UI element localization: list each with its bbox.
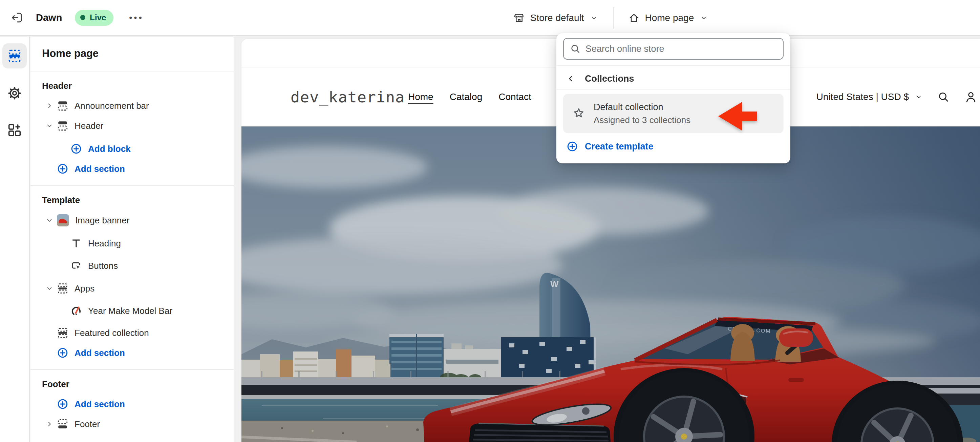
nav-link-home[interactable]: Home: [408, 91, 433, 102]
chevron-down-icon: [44, 284, 55, 292]
star-icon: [572, 107, 585, 120]
default-collection-title: Default collection: [593, 102, 690, 113]
store-selector-label: Store default: [530, 13, 584, 23]
tree-row-label: Apps: [75, 283, 94, 294]
button-cursor-icon: [70, 260, 82, 271]
plus-circle-icon: [57, 347, 68, 359]
popover-divider: [556, 89, 791, 89]
tree-row-label: Buttons: [88, 261, 118, 271]
add-section-label: Add section: [75, 399, 125, 410]
tree-row-label: Year Make Model Bar: [88, 306, 172, 316]
chevron-right-icon: [44, 102, 55, 110]
tree-row-year-make-model-bar[interactable]: Year Make Model Bar: [30, 300, 234, 321]
add-section-label: Add section: [75, 348, 125, 358]
plus-circle-icon: [57, 163, 68, 175]
tree-row-buttons[interactable]: Buttons: [30, 255, 234, 276]
rail-theme-settings-button[interactable]: [2, 81, 27, 106]
search-icon: [570, 43, 581, 54]
collections-back-button[interactable]: Collections: [566, 70, 784, 88]
sections-panel: Home page Header Announcement bar Header: [30, 37, 234, 442]
search-icon[interactable]: [937, 91, 950, 103]
add-section-button-footer[interactable]: Add section: [30, 394, 234, 415]
red-pointer-arrow-icon: [718, 102, 757, 131]
app-block-icon: [70, 305, 82, 317]
popover-search-field[interactable]: [563, 38, 784, 60]
chevron-down-icon: [590, 14, 598, 22]
more-menu-button[interactable]: •••: [129, 13, 143, 22]
create-template-button[interactable]: Create template: [566, 137, 654, 155]
tree-row-label: Header: [75, 121, 103, 131]
rail-sections-button[interactable]: [2, 43, 27, 69]
plus-circle-icon: [566, 140, 578, 152]
chevron-left-icon: [566, 74, 575, 83]
tree-row-featured-collection[interactable]: Featured collection: [30, 322, 234, 343]
storefront-nav: Home Catalog Contact: [408, 67, 531, 126]
tree-row-announcement-bar[interactable]: Announcement bar: [30, 95, 234, 116]
nav-link-catalog[interactable]: Catalog: [450, 91, 482, 102]
group-label-footer: Footer: [42, 376, 69, 392]
add-section-label: Add section: [75, 164, 125, 174]
sections-icon: [8, 49, 22, 63]
chevron-down-icon: [44, 122, 55, 130]
tree-row-header[interactable]: Header: [30, 115, 234, 136]
store-context-selector[interactable]: Store default: [514, 13, 598, 23]
panel-title: Home page: [42, 48, 99, 60]
tree-row-label: Heading: [88, 238, 121, 249]
locale-currency-selector[interactable]: United States | USD $: [816, 91, 923, 102]
tree-row-label: Footer: [75, 419, 100, 429]
page-selector-popover: Collections Default collection Assigned …: [556, 33, 791, 163]
header-section-icon: [57, 100, 68, 112]
add-section-button-header[interactable]: Add section: [30, 158, 234, 179]
add-block-button[interactable]: Add block: [30, 138, 234, 159]
live-dot-icon: [80, 15, 85, 20]
editor-topbar: Dawn Live ••• Store default: [0, 0, 980, 36]
default-collection-text: Default collection Assigned to 3 collect…: [593, 102, 690, 125]
tree-row-heading[interactable]: Heading: [30, 233, 234, 254]
topbar-divider: [613, 7, 614, 29]
hero-image: W: [242, 126, 980, 442]
tree-row-label: Announcement bar: [75, 101, 149, 111]
exit-editor-button[interactable]: [8, 8, 26, 27]
chevron-down-icon: [915, 93, 923, 101]
image-banner-thumbnail-icon: [57, 214, 69, 227]
header-section-icon: [57, 120, 68, 131]
search-online-store-input[interactable]: [585, 44, 777, 54]
tree-row-apps[interactable]: Apps: [30, 278, 234, 299]
live-status-badge: Live: [75, 10, 113, 26]
storefront-logo[interactable]: dev_katerina: [291, 88, 405, 106]
page-selector-label: Home page: [645, 13, 694, 23]
create-template-label: Create template: [585, 141, 654, 152]
store-icon: [514, 13, 525, 23]
panel-divider: [30, 72, 234, 72]
live-badge-label: Live: [90, 13, 106, 22]
add-block-label: Add block: [88, 144, 131, 154]
collections-back-label: Collections: [585, 73, 634, 84]
account-icon[interactable]: [964, 91, 977, 104]
exit-icon: [11, 11, 23, 24]
editor-rail: [0, 37, 30, 442]
section-icon: [57, 283, 68, 294]
apps-icon: [8, 124, 21, 137]
panel-divider: [30, 369, 234, 370]
plus-circle-icon: [57, 398, 68, 410]
add-section-button-template[interactable]: Add section: [30, 342, 234, 363]
rail-app-embeds-button[interactable]: [2, 118, 27, 143]
chevron-right-icon: [44, 420, 55, 428]
tree-row-image-banner[interactable]: Image banner: [30, 210, 234, 231]
section-icon: [57, 327, 68, 338]
topbar-left-group: Dawn Live •••: [0, 8, 144, 27]
nav-link-contact[interactable]: Contact: [498, 91, 531, 102]
chevron-down-icon: [700, 14, 708, 22]
storefront-header-right: United States | USD $: [816, 67, 977, 126]
home-icon: [628, 13, 640, 23]
plus-circle-icon: [70, 143, 82, 155]
theme-name: Dawn: [36, 12, 62, 23]
group-label-header: Header: [42, 78, 72, 94]
text-icon: [70, 238, 82, 249]
default-collection-subtitle: Assigned to 3 collections: [593, 115, 690, 125]
footer-section-icon: [57, 418, 68, 430]
page-selector[interactable]: Home page: [628, 13, 708, 23]
locale-label: United States | USD $: [816, 91, 909, 102]
tree-row-label: Featured collection: [75, 328, 149, 338]
tree-row-footer[interactable]: Footer: [30, 413, 234, 434]
